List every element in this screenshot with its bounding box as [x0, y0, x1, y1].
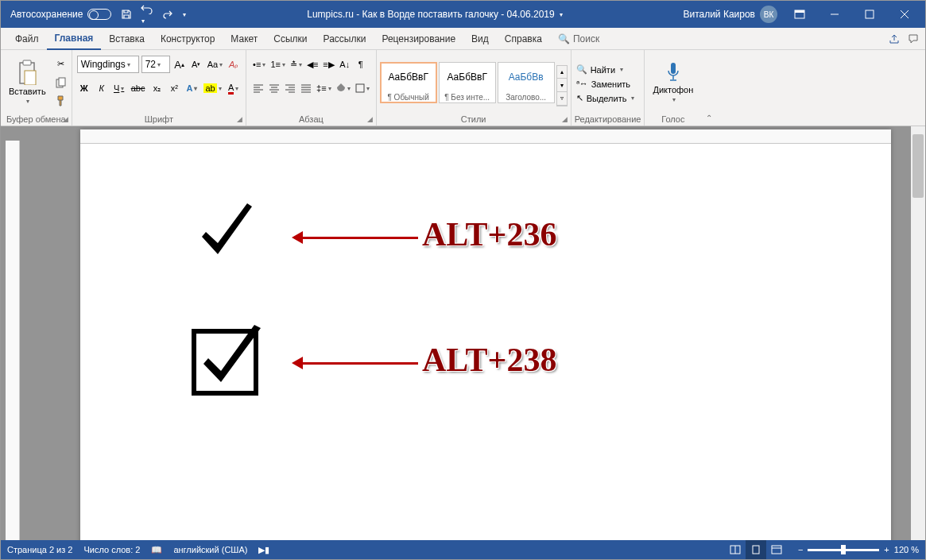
vertical-ruler[interactable]: [6, 141, 20, 540]
tab-help[interactable]: Справка: [497, 28, 550, 50]
dialog-launcher-icon[interactable]: ◢: [367, 115, 373, 123]
undo-icon[interactable]: ▾: [140, 3, 154, 25]
group-styles: АаБбВвГ ¶ Обычный АаБбВвГ ¶ Без инте... …: [377, 50, 571, 126]
user-name: Виталий Каиров: [683, 9, 755, 20]
print-layout-icon[interactable]: [746, 540, 766, 559]
minimize-button[interactable]: [817, 1, 852, 28]
macro-icon[interactable]: ▶▮: [258, 545, 269, 555]
annotation-label-2: ALT+238: [422, 341, 556, 379]
font-name-combo[interactable]: Wingdings▾: [77, 56, 139, 73]
save-icon[interactable]: [121, 9, 132, 20]
window-controls: [817, 1, 922, 28]
paste-button[interactable]: Вставить ▾: [4, 54, 51, 111]
align-right-icon[interactable]: [283, 80, 297, 96]
shrink-font-icon[interactable]: A▾: [189, 56, 203, 72]
dialog-launcher-icon[interactable]: ◢: [237, 115, 242, 123]
clear-formatting-icon[interactable]: Aᵨ: [227, 56, 241, 72]
copy-icon[interactable]: [54, 75, 68, 91]
share-icon[interactable]: [889, 33, 900, 44]
vertical-scrollbar[interactable]: [911, 126, 925, 540]
find-button[interactable]: 🔍Найти▾: [575, 64, 637, 75]
read-mode-icon[interactable]: [725, 540, 746, 559]
font-color-icon[interactable]: A▾: [227, 80, 241, 96]
tab-home[interactable]: Главная: [47, 28, 102, 50]
styles-scroll[interactable]: ▴▾▿: [556, 65, 568, 106]
format-painter-icon[interactable]: [54, 93, 68, 109]
clipboard-icon: [16, 60, 38, 85]
page-indicator[interactable]: Страница 2 из 2: [7, 545, 72, 554]
word-window: Автосохранение ▾ ▾ Lumpics.ru - Как в Во…: [0, 0, 926, 560]
maximize-button[interactable]: [852, 1, 887, 28]
strikethrough-button[interactable]: abc: [130, 80, 147, 96]
numbering-icon[interactable]: 1≡▾: [269, 56, 287, 72]
subscript-button[interactable]: x₂: [149, 80, 164, 96]
spellcheck-icon[interactable]: 📖: [151, 545, 162, 555]
group-font: Wingdings▾ 72▾ A▴ A▾ Aa▾ Aᵨ Ж К Ч▾ abc x…: [72, 50, 246, 126]
increase-indent-icon[interactable]: ≡▶: [321, 56, 335, 72]
tab-layout[interactable]: Макет: [223, 28, 265, 50]
select-button[interactable]: ↖Выделить▾: [575, 92, 637, 104]
tab-design[interactable]: Конструктор: [153, 28, 223, 50]
web-layout-icon[interactable]: [766, 540, 787, 559]
sort-icon[interactable]: A↓: [338, 56, 352, 72]
group-clipboard: Вставить ▾ ✂ Буфер обмена◢: [1, 50, 72, 126]
style-normal[interactable]: АаБбВвГ ¶ Обычный: [380, 62, 437, 103]
decrease-indent-icon[interactable]: ◀≡: [305, 56, 320, 72]
line-spacing-icon[interactable]: ‡≡▾: [315, 80, 333, 96]
svg-rect-10: [59, 78, 65, 86]
text-effects-icon[interactable]: A▾: [184, 80, 199, 96]
autosave-toggle[interactable]: Автосохранение: [10, 9, 111, 20]
zoom-out-button[interactable]: −: [798, 545, 803, 554]
comments-icon[interactable]: [908, 33, 919, 44]
page[interactable]: ALT+236 ALT+238: [80, 129, 891, 540]
justify-icon[interactable]: [299, 80, 313, 96]
arrow-annotation: [295, 237, 418, 239]
tab-references[interactable]: Ссылки: [265, 28, 315, 50]
show-marks-icon[interactable]: ¶: [354, 56, 368, 72]
redo-icon[interactable]: [162, 9, 173, 20]
bold-button[interactable]: Ж: [77, 80, 91, 96]
zoom-control: − + 120 %: [798, 545, 919, 554]
dictate-button[interactable]: Диктофон ▾: [648, 54, 698, 111]
boxed-checkmark-symbol: [188, 320, 267, 400]
superscript-button[interactable]: x²: [167, 80, 181, 96]
shading-icon[interactable]: ▾: [335, 80, 352, 96]
highlight-icon[interactable]: ab▾: [202, 80, 223, 96]
replace-button[interactable]: ᵃ↔Заменить: [575, 78, 637, 90]
font-size-combo[interactable]: 72▾: [141, 56, 170, 73]
bullets-icon[interactable]: •≡▾: [251, 56, 267, 72]
align-left-icon[interactable]: [251, 80, 265, 96]
collapse-ribbon-icon[interactable]: ⌃: [706, 114, 712, 122]
word-count[interactable]: Число слов: 2: [83, 545, 140, 554]
tab-file[interactable]: Файл: [7, 28, 47, 50]
ribbon-display-options-icon[interactable]: [782, 1, 817, 28]
svg-rect-16: [753, 546, 759, 554]
search-icon: 🔍: [558, 33, 570, 44]
dialog-launcher-icon[interactable]: ◢: [562, 115, 568, 123]
style-no-spacing[interactable]: АаБбВвГ ¶ Без инте...: [439, 62, 496, 103]
cut-icon[interactable]: ✂: [54, 56, 68, 72]
multilevel-icon[interactable]: ≛▾: [289, 56, 304, 72]
grow-font-icon[interactable]: A▴: [172, 56, 187, 72]
tab-review[interactable]: Рецензирование: [374, 28, 463, 50]
dialog-launcher-icon[interactable]: ◢: [63, 115, 68, 123]
zoom-level[interactable]: 120 %: [894, 545, 919, 554]
underline-button[interactable]: Ч▾: [112, 80, 126, 96]
horizontal-ruler[interactable]: [80, 129, 891, 144]
svg-rect-12: [671, 63, 676, 74]
align-center-icon[interactable]: [267, 80, 281, 96]
style-heading1[interactable]: АаБбВв Заголово...: [498, 62, 555, 103]
tab-mailings[interactable]: Рассылки: [316, 28, 374, 50]
close-button[interactable]: [887, 1, 922, 28]
tab-view[interactable]: Вид: [463, 28, 497, 50]
change-case-icon[interactable]: Aa▾: [206, 56, 224, 72]
italic-button[interactable]: К: [95, 80, 109, 96]
language-indicator[interactable]: английский (США): [173, 545, 247, 554]
borders-icon[interactable]: ▾: [354, 80, 371, 96]
zoom-in-button[interactable]: +: [884, 545, 889, 554]
search-box[interactable]: 🔍 Поиск: [558, 33, 599, 44]
scrollbar-thumb[interactable]: [912, 134, 924, 198]
user-account[interactable]: Виталий Каиров ВК: [683, 6, 777, 23]
tab-insert[interactable]: Вставка: [101, 28, 153, 50]
zoom-slider[interactable]: [808, 549, 879, 551]
